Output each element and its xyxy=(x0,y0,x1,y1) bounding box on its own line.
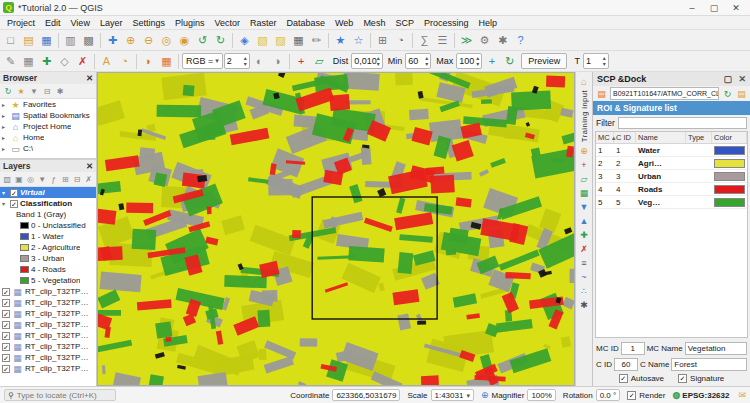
signature-table-header[interactable]: MC▲ C ID Name Type Color xyxy=(596,132,747,144)
training-input-tab[interactable]: Training input xyxy=(580,90,589,142)
add-favorite-icon[interactable]: ★ xyxy=(15,85,27,97)
menu-vector[interactable]: Vector xyxy=(209,18,245,28)
bandset-spinbox[interactable]: 2▴▾ xyxy=(224,53,250,69)
layer-checkbox[interactable]: ✓ xyxy=(2,354,10,362)
raster-layer-item[interactable]: ✓▦RT_clip_T32TPR… xyxy=(0,352,96,363)
maximize-button[interactable]: ▢ xyxy=(703,3,725,13)
refresh-training-icon[interactable]: ↻ xyxy=(721,87,734,100)
minimize-button[interactable]: – xyxy=(681,3,703,13)
dist-spinbox[interactable]: 0,010▴▾ xyxy=(351,53,383,69)
raster-layer-item[interactable]: ✓▦RT_clip_T32TPR… xyxy=(0,308,96,319)
menu-plugins[interactable]: Plugins xyxy=(170,18,210,28)
layer-checkbox[interactable]: ✓ xyxy=(2,310,10,318)
menu-view[interactable]: View xyxy=(66,18,95,28)
layer-checkbox[interactable]: ✓ xyxy=(10,200,18,208)
training-input-path[interactable]: B0921T101647/ATMO_CORR_CLIP/ROI.scp xyxy=(610,87,719,100)
raster-layer-item[interactable]: ✓▦RT_clip_T32TPR… xyxy=(0,330,96,341)
panel-close-icon[interactable]: ✕ xyxy=(86,73,93,83)
layer-checkbox[interactable]: ✓ xyxy=(2,332,10,340)
signature-row[interactable]: 22Agri… xyxy=(596,157,747,170)
scp-bandset-icon[interactable]: ▦ xyxy=(158,53,175,70)
signature-properties-icon[interactable]: ✱ xyxy=(577,298,591,311)
manage-themes-icon[interactable]: ◎ xyxy=(25,173,36,185)
project-save-icon[interactable]: ▦ xyxy=(38,32,55,49)
add-signature-icon[interactable]: ✚ xyxy=(577,228,591,241)
delete-signature-icon[interactable]: ✗ xyxy=(577,242,591,255)
menu-project[interactable]: Project xyxy=(2,18,40,28)
pan-map-icon[interactable]: ✚ xyxy=(104,32,121,49)
toggle-editing-icon[interactable]: ✎ xyxy=(2,53,19,70)
signature-row[interactable]: 44Roads xyxy=(596,183,747,196)
render-checkbox[interactable]: ✓ Render xyxy=(627,391,665,400)
scatter-plot-icon[interactable]: ∴ xyxy=(577,284,591,297)
training-input-icon[interactable]: ▤ xyxy=(595,87,608,100)
signature-row[interactable]: 11Water xyxy=(596,144,747,157)
browser-item-project-home[interactable]: ▸⌂Project Home xyxy=(0,121,96,132)
raster-layer-item[interactable]: ✓▦RT_clip_T32TPR… xyxy=(0,286,96,297)
raster-layer-item[interactable]: ✓▦RT_clip_T32TPR… xyxy=(0,341,96,352)
options-icon[interactable]: ✱ xyxy=(494,32,511,49)
identify-features-icon[interactable]: ◈ xyxy=(236,32,253,49)
signature-plot-icon[interactable]: ~ xyxy=(577,270,591,283)
map-canvas[interactable] xyxy=(97,72,575,386)
layer-checkbox[interactable]: ✓ xyxy=(10,189,18,197)
scp-home-tab[interactable]: ⌂ xyxy=(577,74,591,88)
c-name-field[interactable]: Forest xyxy=(671,358,747,371)
scp-plugin-icon[interactable]: ◗ xyxy=(140,53,157,70)
crs-indicator[interactable]: ◍ EPSG:32632 xyxy=(672,390,729,400)
expand-caret-icon[interactable]: ▸ xyxy=(2,134,8,141)
signature-row[interactable]: 33Urban xyxy=(596,170,747,183)
browser-item-home[interactable]: ▸⌂Home xyxy=(0,132,96,143)
layer-checkbox[interactable]: ✓ xyxy=(2,321,10,329)
menu-help[interactable]: Help xyxy=(473,18,502,28)
select-features-icon[interactable]: ▧ xyxy=(254,32,271,49)
menu-edit[interactable]: Edit xyxy=(40,18,66,28)
autosave-checkbox[interactable]: ✓Autosave xyxy=(619,374,664,383)
layer-checkbox[interactable]: ✓ xyxy=(2,299,10,307)
measure-icon[interactable]: ✏ xyxy=(308,32,325,49)
redo-preview-icon[interactable]: ↻ xyxy=(501,53,518,70)
menu-raster[interactable]: Raster xyxy=(245,18,282,28)
signature-row[interactable]: 55Veg… xyxy=(596,196,747,209)
temporal-controller-icon[interactable]: ◔ xyxy=(392,32,409,49)
show-bookmarks-icon[interactable]: ☆ xyxy=(350,32,367,49)
add-group-icon[interactable]: ▣ xyxy=(14,173,25,185)
roi-polygon-icon[interactable]: ▱ xyxy=(311,53,328,70)
close-button[interactable]: ✕ xyxy=(725,3,747,13)
menu-layer[interactable]: Layer xyxy=(95,18,128,28)
processing-toolbox-icon[interactable]: ⚙ xyxy=(476,32,493,49)
layer-checkbox[interactable]: ✓ xyxy=(2,343,10,351)
local-stretch-icon[interactable]: ◑ xyxy=(269,53,286,70)
menu-web[interactable]: Web xyxy=(330,18,358,28)
magnifier-spinbox[interactable]: 100% xyxy=(527,389,555,401)
layer-item-classification[interactable]: ▾ ✓ Classification xyxy=(0,198,96,209)
save-edits-icon[interactable]: ▦ xyxy=(20,53,37,70)
import-signatures-icon[interactable]: ▼ xyxy=(577,200,591,213)
signature-checkbox[interactable]: ✓Signature xyxy=(678,374,724,383)
zoom-out-icon[interactable]: ⊖ xyxy=(140,32,157,49)
panel-close-icon[interactable]: ✕ xyxy=(86,161,93,171)
max-spinbox[interactable]: 100▴▾ xyxy=(456,53,482,69)
preview-pointer-icon[interactable]: + xyxy=(483,53,500,70)
export-signatures-icon[interactable]: ▲ xyxy=(577,214,591,227)
field-calculator-icon[interactable]: ∑ xyxy=(416,32,433,49)
deselect-features-icon[interactable]: ▨ xyxy=(272,32,289,49)
expand-caret-icon[interactable]: ▾ xyxy=(2,189,8,196)
multiple-roi-icon[interactable]: ▦ xyxy=(577,186,591,199)
expand-all-icon[interactable]: ⊞ xyxy=(60,173,71,185)
raster-layer-item[interactable]: ✓▦RT_clip_T32TPR… xyxy=(0,297,96,308)
menu-settings[interactable]: Settings xyxy=(127,18,170,28)
rgb-combo[interactable]: RGB = ▾ xyxy=(182,53,223,69)
add-feature-icon[interactable]: ✚ xyxy=(38,53,55,70)
project-new-icon[interactable]: □ xyxy=(2,32,19,49)
print-layout-icon[interactable]: ▥ xyxy=(62,32,79,49)
collapse-all-icon[interactable]: ⊟ xyxy=(72,173,83,185)
open-attribute-table-icon[interactable]: ▦ xyxy=(290,32,307,49)
cumulative-stretch-icon[interactable]: ◐ xyxy=(251,53,268,70)
layer-checkbox[interactable]: ✓ xyxy=(2,365,10,373)
browser-item-c-drive[interactable]: ▸▭C:\ xyxy=(0,143,96,154)
dock-float-button[interactable]: ▢ xyxy=(723,74,732,84)
mc-id-spinbox[interactable]: 1 xyxy=(621,342,645,355)
zoom-in-icon[interactable]: ⊕ xyxy=(122,32,139,49)
new-bookmark-icon[interactable]: ★ xyxy=(332,32,349,49)
